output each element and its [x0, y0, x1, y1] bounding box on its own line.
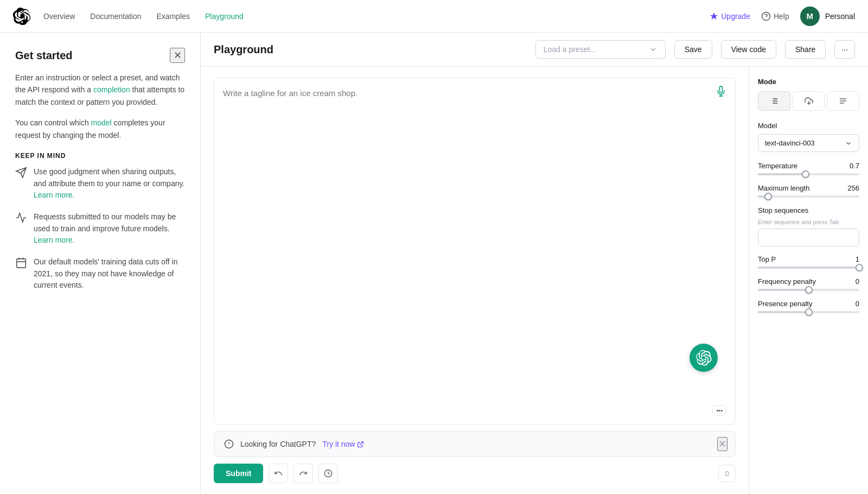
sidebar-header: Get started ✕	[15, 48, 185, 63]
mode-complete-button[interactable]	[758, 91, 790, 111]
submit-button[interactable]: Submit	[214, 464, 263, 483]
svg-rect-1	[17, 259, 26, 268]
completion-link[interactable]: completion	[93, 85, 130, 94]
history-icon	[324, 469, 333, 478]
presence-penalty-value: 0	[856, 300, 859, 308]
personal-label: Personal	[825, 12, 855, 21]
activity-icon	[15, 212, 27, 224]
nav-playground[interactable]: Playground	[205, 12, 244, 21]
presence-penalty-slider[interactable]	[758, 311, 859, 313]
mode-label: Mode	[758, 78, 859, 86]
paper-plane-icon	[15, 167, 27, 179]
save-button[interactable]: Save	[674, 40, 712, 59]
upgrade-button[interactable]: Upgrade	[710, 12, 750, 21]
freq-penalty-fill	[758, 289, 809, 291]
layout: Get started ✕ Enter an instruction or se…	[0, 0, 868, 494]
preset-placeholder: Load a preset...	[544, 45, 596, 54]
stop-sequences-input[interactable]	[758, 229, 859, 246]
help-icon	[761, 11, 771, 21]
freq-penalty-row: Frequency penalty 0	[758, 277, 859, 286]
complete-mode-icon	[770, 97, 778, 105]
help-button[interactable]: Help	[761, 11, 789, 21]
freq-penalty-thumb[interactable]	[805, 286, 813, 294]
sidebar-intro-2: You can control which model completes yo…	[15, 117, 185, 141]
more-button[interactable]: ···	[834, 40, 855, 59]
top-p-slider[interactable]	[758, 267, 859, 269]
presence-penalty-thumb[interactable]	[805, 308, 813, 316]
max-length-row: Maximum length 256	[758, 184, 859, 192]
model-link[interactable]: model	[91, 118, 112, 127]
top-p-row: Top P 1	[758, 255, 859, 263]
freq-penalty-slider[interactable]	[758, 289, 859, 291]
banner-close-button[interactable]: ✕	[717, 437, 727, 451]
svg-line-8	[360, 441, 363, 445]
max-length-value: 256	[847, 184, 859, 192]
badge-options[interactable]: •••	[712, 406, 726, 415]
view-code-button[interactable]: View code	[721, 40, 776, 59]
learn-more-link-2[interactable]: Learn more.	[34, 236, 74, 244]
temperature-fill	[758, 173, 806, 175]
temperature-thumb[interactable]	[802, 170, 809, 178]
calendar-icon	[15, 257, 27, 269]
chatgpt-banner: Looking for ChatGPT? Try it now ✕	[214, 431, 736, 457]
playground-title: Playground	[214, 43, 273, 56]
playground-header: Playground Load a preset... Save View co…	[201, 33, 868, 67]
share-button[interactable]: Share	[785, 40, 826, 59]
history-button[interactable]	[318, 464, 338, 483]
editor-box: •••	[214, 78, 736, 425]
token-count: 0	[718, 465, 736, 482]
max-length-label: Maximum length	[758, 184, 809, 192]
content-area: ••• Looking for ChatGPT? Try it now ✕	[201, 67, 868, 494]
main-content: Playground Load a preset... Save View co…	[201, 33, 868, 494]
sidebar: Get started ✕ Enter an instruction or se…	[0, 33, 201, 494]
model-select[interactable]: text-davinci-003	[758, 134, 859, 152]
editor-footer: Submit 0	[214, 464, 736, 483]
max-length-slider[interactable]	[758, 195, 859, 198]
mode-insert-button[interactable]	[793, 91, 825, 111]
nav-documentation[interactable]: Documentation	[90, 12, 141, 21]
undo-button[interactable]	[269, 464, 288, 483]
chatgpt-banner-text: Looking for ChatGPT?	[240, 440, 316, 448]
keep-in-mind-title: KEEP IN MIND	[15, 152, 185, 160]
user-menu[interactable]: M Personal	[800, 7, 855, 26]
topnav: Overview Documentation Examples Playgrou…	[0, 0, 868, 33]
edit-mode-icon	[839, 97, 847, 105]
nav-examples[interactable]: Examples	[157, 12, 190, 21]
top-p-label: Top P	[758, 255, 776, 263]
external-link-icon	[357, 441, 364, 448]
presence-penalty-fill	[758, 311, 809, 313]
sidebar-close-button[interactable]: ✕	[170, 48, 185, 63]
openai-logo[interactable]	[13, 8, 30, 25]
freq-penalty-value: 0	[856, 277, 859, 286]
prompt-input[interactable]	[223, 87, 726, 415]
sidebar-item-cutoff: Our default models' training data cuts o…	[15, 256, 185, 292]
temperature-row: Temperature 0.7	[758, 162, 859, 170]
presence-penalty-row: Presence penalty 0	[758, 300, 859, 308]
redo-button[interactable]	[293, 464, 313, 483]
chatgpt-badge[interactable]	[690, 344, 718, 372]
sidebar-intro-1: Enter an instruction or select a preset,…	[15, 72, 185, 108]
nav-links: Overview Documentation Examples Playgrou…	[43, 12, 244, 21]
mic-icon[interactable]	[716, 86, 726, 100]
learn-more-link-1[interactable]: Learn more.	[34, 191, 74, 199]
try-now-link[interactable]: Try it now	[322, 440, 364, 448]
presence-penalty-label: Presence penalty	[758, 300, 812, 308]
freq-penalty-label: Frequency penalty	[758, 277, 816, 286]
top-p-thumb[interactable]	[856, 264, 863, 271]
topnav-right: Upgrade Help M Personal	[710, 7, 855, 26]
undo-icon	[274, 469, 283, 478]
redo-icon	[299, 469, 308, 478]
mode-edit-button[interactable]	[827, 91, 859, 111]
insert-mode-icon	[805, 97, 813, 105]
temperature-slider[interactable]	[758, 173, 859, 175]
preset-dropdown[interactable]: Load a preset...	[535, 40, 666, 59]
temperature-label: Temperature	[758, 162, 797, 170]
chevron-down-icon	[649, 45, 658, 54]
sidebar-title: Get started	[15, 49, 73, 62]
nav-overview[interactable]: Overview	[43, 12, 75, 21]
avatar[interactable]: M	[800, 7, 820, 26]
max-length-thumb[interactable]	[764, 193, 772, 200]
cutoff-text: Our default models' training data cuts o…	[34, 256, 185, 292]
sidebar-item-training: Requests submitted to our models may be …	[15, 211, 185, 246]
model-label: Model	[758, 122, 859, 130]
